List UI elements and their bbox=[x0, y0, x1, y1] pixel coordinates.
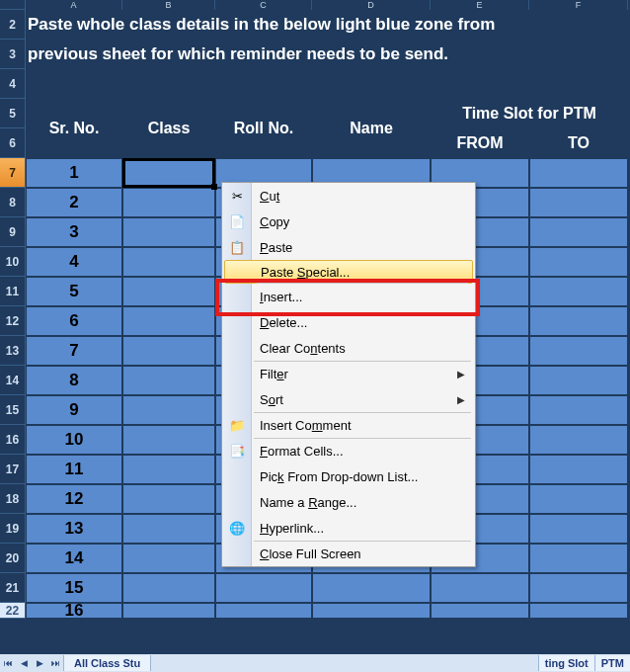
data-cell[interactable]: 12 bbox=[26, 484, 122, 514]
data-cell[interactable] bbox=[215, 603, 312, 619]
data-cell[interactable]: 8 bbox=[26, 366, 122, 395]
row-header[interactable]: 20 bbox=[0, 544, 26, 573]
data-cell[interactable] bbox=[122, 603, 215, 619]
row-header[interactable]: 9 bbox=[0, 217, 26, 247]
data-cell[interactable] bbox=[529, 217, 628, 247]
data-cell[interactable]: 10 bbox=[26, 425, 122, 455]
data-cell[interactable] bbox=[529, 455, 628, 484]
sheet-tab[interactable]: PTM bbox=[594, 655, 630, 671]
data-cell[interactable] bbox=[529, 188, 628, 217]
row-header[interactable]: 5 bbox=[0, 99, 26, 128]
row-header[interactable]: 8 bbox=[0, 188, 26, 217]
sheet-tab-active[interactable]: All Class Stu bbox=[63, 655, 151, 671]
data-cell[interactable] bbox=[122, 544, 215, 573]
data-cell[interactable] bbox=[122, 188, 215, 217]
data-cell[interactable] bbox=[312, 603, 431, 619]
tab-nav-last[interactable]: ⏭ bbox=[47, 655, 63, 671]
data-cell[interactable] bbox=[529, 366, 628, 395]
data-cell[interactable] bbox=[431, 603, 529, 619]
data-cell[interactable] bbox=[122, 514, 215, 544]
row-header[interactable]: 6 bbox=[0, 128, 26, 158]
fill-handle[interactable] bbox=[211, 184, 217, 190]
menu-delete[interactable]: Delete... bbox=[222, 309, 475, 335]
data-cell[interactable] bbox=[529, 425, 628, 455]
menu-format-cells[interactable]: 📑 Format Cells... bbox=[222, 438, 475, 463]
data-cell[interactable] bbox=[529, 336, 628, 366]
row-header[interactable]: 11 bbox=[0, 277, 26, 306]
tab-nav-first[interactable]: ⏮ bbox=[0, 655, 16, 671]
row-header[interactable]: 2 bbox=[0, 10, 26, 40]
data-cell[interactable] bbox=[215, 573, 312, 603]
menu-close-full-screen[interactable]: Close Full Screen bbox=[222, 541, 475, 566]
data-cell[interactable]: 14 bbox=[26, 544, 122, 573]
row-header[interactable]: 13 bbox=[0, 336, 26, 366]
data-cell[interactable] bbox=[122, 425, 215, 455]
menu-hyperlink[interactable]: 🌐 Hyperlink... bbox=[222, 515, 475, 541]
data-cell[interactable] bbox=[529, 306, 628, 336]
menu-paste[interactable]: 📋 Paste bbox=[222, 234, 475, 260]
data-cell[interactable] bbox=[122, 455, 215, 484]
data-cell[interactable] bbox=[529, 158, 628, 188]
row-header[interactable]: 16 bbox=[0, 425, 26, 455]
tab-nav-prev[interactable]: ◀ bbox=[16, 655, 32, 671]
data-cell[interactable] bbox=[122, 247, 215, 277]
row-header[interactable]: 22 bbox=[0, 603, 26, 619]
data-cell[interactable]: 9 bbox=[26, 395, 122, 425]
data-cell[interactable] bbox=[529, 514, 628, 544]
row-header[interactable]: 21 bbox=[0, 573, 26, 603]
data-cell[interactable] bbox=[122, 366, 215, 395]
data-cell[interactable] bbox=[122, 217, 215, 247]
data-cell[interactable] bbox=[122, 336, 215, 366]
data-cell[interactable] bbox=[122, 484, 215, 514]
row-header[interactable]: 19 bbox=[0, 514, 26, 544]
data-cell[interactable] bbox=[529, 247, 628, 277]
data-cell[interactable]: 16 bbox=[26, 603, 122, 619]
menu-cut[interactable]: ✂ Cut bbox=[222, 183, 475, 209]
data-cell[interactable] bbox=[529, 277, 628, 306]
data-cell[interactable]: 13 bbox=[26, 514, 122, 544]
data-cell[interactable]: 1 bbox=[26, 158, 122, 188]
col-header[interactable]: E bbox=[431, 0, 529, 10]
data-cell[interactable] bbox=[529, 395, 628, 425]
data-cell[interactable] bbox=[122, 277, 215, 306]
data-cell[interactable] bbox=[529, 573, 628, 603]
data-cell[interactable]: 5 bbox=[26, 277, 122, 306]
tab-nav-next[interactable]: ▶ bbox=[32, 655, 47, 671]
selected-cell[interactable] bbox=[122, 158, 215, 188]
data-cell[interactable] bbox=[529, 484, 628, 514]
menu-name-range[interactable]: Name a Range... bbox=[222, 489, 475, 515]
menu-insert[interactable]: Insert... bbox=[222, 284, 475, 309]
row-header[interactable]: 3 bbox=[0, 40, 26, 69]
data-cell[interactable]: 11 bbox=[26, 455, 122, 484]
data-cell[interactable]: 6 bbox=[26, 306, 122, 336]
menu-insert-comment[interactable]: 📁 Insert Comment bbox=[222, 412, 475, 438]
data-cell[interactable] bbox=[122, 395, 215, 425]
col-header[interactable]: F bbox=[529, 0, 628, 10]
data-cell[interactable]: 7 bbox=[26, 336, 122, 366]
row-header[interactable]: 14 bbox=[0, 366, 26, 395]
data-cell[interactable]: 3 bbox=[26, 217, 122, 247]
menu-paste-special[interactable]: Paste Special... bbox=[224, 260, 473, 284]
col-header[interactable]: C bbox=[215, 0, 312, 10]
data-cell[interactable]: 4 bbox=[26, 247, 122, 277]
row-header[interactable]: 10 bbox=[0, 247, 26, 277]
data-cell[interactable] bbox=[312, 573, 431, 603]
row-header[interactable]: 7 bbox=[0, 158, 26, 188]
sheet-tab[interactable]: ting Slot bbox=[538, 655, 594, 671]
col-header[interactable]: A bbox=[26, 0, 122, 10]
menu-copy[interactable]: 📄 Copy bbox=[222, 209, 475, 234]
row-header[interactable]: 4 bbox=[0, 69, 26, 99]
menu-sort[interactable]: Sort ▶ bbox=[222, 386, 475, 412]
row-header[interactable]: 12 bbox=[0, 306, 26, 336]
col-header[interactable]: D bbox=[312, 0, 431, 10]
menu-filter[interactable]: Filter ▶ bbox=[222, 361, 475, 386]
menu-pick-from-list[interactable]: Pick From Drop-down List... bbox=[222, 463, 475, 489]
row-header[interactable]: 18 bbox=[0, 484, 26, 514]
data-cell[interactable] bbox=[431, 573, 529, 603]
menu-clear-contents[interactable]: Clear Contents bbox=[222, 335, 475, 361]
data-cell[interactable]: 15 bbox=[26, 573, 122, 603]
data-cell[interactable] bbox=[529, 603, 628, 619]
data-cell[interactable] bbox=[529, 544, 628, 573]
data-cell[interactable] bbox=[122, 573, 215, 603]
data-cell[interactable]: 2 bbox=[26, 188, 122, 217]
